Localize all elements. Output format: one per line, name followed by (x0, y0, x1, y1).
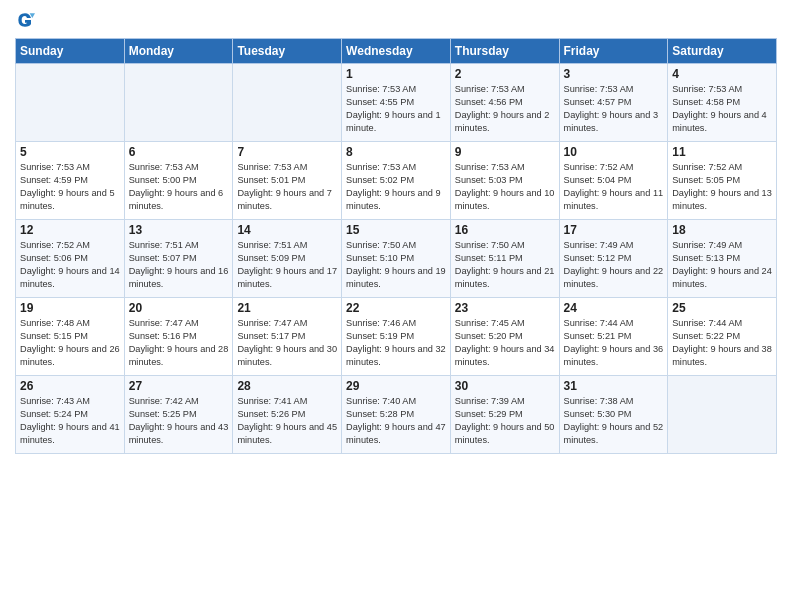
day-info: Sunrise: 7:52 AM Sunset: 5:06 PM Dayligh… (20, 239, 120, 291)
day-cell: 9Sunrise: 7:53 AM Sunset: 5:03 PM Daylig… (450, 142, 559, 220)
day-cell: 26Sunrise: 7:43 AM Sunset: 5:24 PM Dayli… (16, 376, 125, 454)
day-cell: 10Sunrise: 7:52 AM Sunset: 5:04 PM Dayli… (559, 142, 668, 220)
day-number: 16 (455, 223, 555, 237)
day-cell: 31Sunrise: 7:38 AM Sunset: 5:30 PM Dayli… (559, 376, 668, 454)
day-number: 20 (129, 301, 229, 315)
day-number: 18 (672, 223, 772, 237)
day-number: 6 (129, 145, 229, 159)
day-number: 30 (455, 379, 555, 393)
day-cell: 18Sunrise: 7:49 AM Sunset: 5:13 PM Dayli… (668, 220, 777, 298)
logo-icon (15, 10, 35, 30)
day-info: Sunrise: 7:53 AM Sunset: 5:03 PM Dayligh… (455, 161, 555, 213)
day-cell (668, 376, 777, 454)
day-number: 5 (20, 145, 120, 159)
day-number: 2 (455, 67, 555, 81)
day-number: 15 (346, 223, 446, 237)
day-cell: 21Sunrise: 7:47 AM Sunset: 5:17 PM Dayli… (233, 298, 342, 376)
day-number: 4 (672, 67, 772, 81)
day-cell: 15Sunrise: 7:50 AM Sunset: 5:10 PM Dayli… (342, 220, 451, 298)
day-number: 3 (564, 67, 664, 81)
day-info: Sunrise: 7:53 AM Sunset: 4:55 PM Dayligh… (346, 83, 446, 135)
day-info: Sunrise: 7:53 AM Sunset: 4:57 PM Dayligh… (564, 83, 664, 135)
day-cell: 1Sunrise: 7:53 AM Sunset: 4:55 PM Daylig… (342, 64, 451, 142)
day-info: Sunrise: 7:53 AM Sunset: 5:00 PM Dayligh… (129, 161, 229, 213)
day-cell: 14Sunrise: 7:51 AM Sunset: 5:09 PM Dayli… (233, 220, 342, 298)
col-header-wednesday: Wednesday (342, 39, 451, 64)
day-cell: 17Sunrise: 7:49 AM Sunset: 5:12 PM Dayli… (559, 220, 668, 298)
day-info: Sunrise: 7:40 AM Sunset: 5:28 PM Dayligh… (346, 395, 446, 447)
day-cell: 30Sunrise: 7:39 AM Sunset: 5:29 PM Dayli… (450, 376, 559, 454)
day-number: 9 (455, 145, 555, 159)
day-cell: 11Sunrise: 7:52 AM Sunset: 5:05 PM Dayli… (668, 142, 777, 220)
logo (15, 10, 39, 30)
day-number: 27 (129, 379, 229, 393)
day-number: 23 (455, 301, 555, 315)
day-info: Sunrise: 7:41 AM Sunset: 5:26 PM Dayligh… (237, 395, 337, 447)
week-row-1: 1Sunrise: 7:53 AM Sunset: 4:55 PM Daylig… (16, 64, 777, 142)
day-number: 29 (346, 379, 446, 393)
day-number: 21 (237, 301, 337, 315)
day-cell: 5Sunrise: 7:53 AM Sunset: 4:59 PM Daylig… (16, 142, 125, 220)
day-number: 22 (346, 301, 446, 315)
day-cell: 13Sunrise: 7:51 AM Sunset: 5:07 PM Dayli… (124, 220, 233, 298)
day-number: 13 (129, 223, 229, 237)
day-cell: 8Sunrise: 7:53 AM Sunset: 5:02 PM Daylig… (342, 142, 451, 220)
day-info: Sunrise: 7:53 AM Sunset: 4:56 PM Dayligh… (455, 83, 555, 135)
day-info: Sunrise: 7:50 AM Sunset: 5:11 PM Dayligh… (455, 239, 555, 291)
col-header-friday: Friday (559, 39, 668, 64)
col-header-monday: Monday (124, 39, 233, 64)
day-info: Sunrise: 7:53 AM Sunset: 5:01 PM Dayligh… (237, 161, 337, 213)
day-info: Sunrise: 7:51 AM Sunset: 5:07 PM Dayligh… (129, 239, 229, 291)
day-number: 28 (237, 379, 337, 393)
day-number: 17 (564, 223, 664, 237)
day-cell (124, 64, 233, 142)
day-cell (233, 64, 342, 142)
week-row-3: 12Sunrise: 7:52 AM Sunset: 5:06 PM Dayli… (16, 220, 777, 298)
day-cell: 3Sunrise: 7:53 AM Sunset: 4:57 PM Daylig… (559, 64, 668, 142)
day-number: 8 (346, 145, 446, 159)
day-number: 10 (564, 145, 664, 159)
day-cell: 28Sunrise: 7:41 AM Sunset: 5:26 PM Dayli… (233, 376, 342, 454)
day-info: Sunrise: 7:44 AM Sunset: 5:21 PM Dayligh… (564, 317, 664, 369)
page-header (15, 10, 777, 30)
day-cell: 16Sunrise: 7:50 AM Sunset: 5:11 PM Dayli… (450, 220, 559, 298)
day-info: Sunrise: 7:52 AM Sunset: 5:05 PM Dayligh… (672, 161, 772, 213)
day-info: Sunrise: 7:51 AM Sunset: 5:09 PM Dayligh… (237, 239, 337, 291)
day-info: Sunrise: 7:50 AM Sunset: 5:10 PM Dayligh… (346, 239, 446, 291)
day-info: Sunrise: 7:53 AM Sunset: 4:59 PM Dayligh… (20, 161, 120, 213)
day-cell: 4Sunrise: 7:53 AM Sunset: 4:58 PM Daylig… (668, 64, 777, 142)
day-cell: 25Sunrise: 7:44 AM Sunset: 5:22 PM Dayli… (668, 298, 777, 376)
day-info: Sunrise: 7:47 AM Sunset: 5:16 PM Dayligh… (129, 317, 229, 369)
day-info: Sunrise: 7:53 AM Sunset: 5:02 PM Dayligh… (346, 161, 446, 213)
day-info: Sunrise: 7:49 AM Sunset: 5:12 PM Dayligh… (564, 239, 664, 291)
day-info: Sunrise: 7:44 AM Sunset: 5:22 PM Dayligh… (672, 317, 772, 369)
day-number: 19 (20, 301, 120, 315)
day-cell: 24Sunrise: 7:44 AM Sunset: 5:21 PM Dayli… (559, 298, 668, 376)
day-cell: 12Sunrise: 7:52 AM Sunset: 5:06 PM Dayli… (16, 220, 125, 298)
day-cell: 22Sunrise: 7:46 AM Sunset: 5:19 PM Dayli… (342, 298, 451, 376)
day-number: 26 (20, 379, 120, 393)
day-number: 11 (672, 145, 772, 159)
day-info: Sunrise: 7:38 AM Sunset: 5:30 PM Dayligh… (564, 395, 664, 447)
week-row-2: 5Sunrise: 7:53 AM Sunset: 4:59 PM Daylig… (16, 142, 777, 220)
day-info: Sunrise: 7:43 AM Sunset: 5:24 PM Dayligh… (20, 395, 120, 447)
day-info: Sunrise: 7:48 AM Sunset: 5:15 PM Dayligh… (20, 317, 120, 369)
col-header-thursday: Thursday (450, 39, 559, 64)
day-number: 25 (672, 301, 772, 315)
col-header-sunday: Sunday (16, 39, 125, 64)
week-row-5: 26Sunrise: 7:43 AM Sunset: 5:24 PM Dayli… (16, 376, 777, 454)
day-info: Sunrise: 7:47 AM Sunset: 5:17 PM Dayligh… (237, 317, 337, 369)
day-cell: 7Sunrise: 7:53 AM Sunset: 5:01 PM Daylig… (233, 142, 342, 220)
day-info: Sunrise: 7:52 AM Sunset: 5:04 PM Dayligh… (564, 161, 664, 213)
day-cell (16, 64, 125, 142)
calendar-table: SundayMondayTuesdayWednesdayThursdayFrid… (15, 38, 777, 454)
day-info: Sunrise: 7:46 AM Sunset: 5:19 PM Dayligh… (346, 317, 446, 369)
col-header-tuesday: Tuesday (233, 39, 342, 64)
day-cell: 29Sunrise: 7:40 AM Sunset: 5:28 PM Dayli… (342, 376, 451, 454)
day-number: 24 (564, 301, 664, 315)
day-number: 31 (564, 379, 664, 393)
day-info: Sunrise: 7:42 AM Sunset: 5:25 PM Dayligh… (129, 395, 229, 447)
day-cell: 20Sunrise: 7:47 AM Sunset: 5:16 PM Dayli… (124, 298, 233, 376)
header-row: SundayMondayTuesdayWednesdayThursdayFrid… (16, 39, 777, 64)
day-info: Sunrise: 7:53 AM Sunset: 4:58 PM Dayligh… (672, 83, 772, 135)
